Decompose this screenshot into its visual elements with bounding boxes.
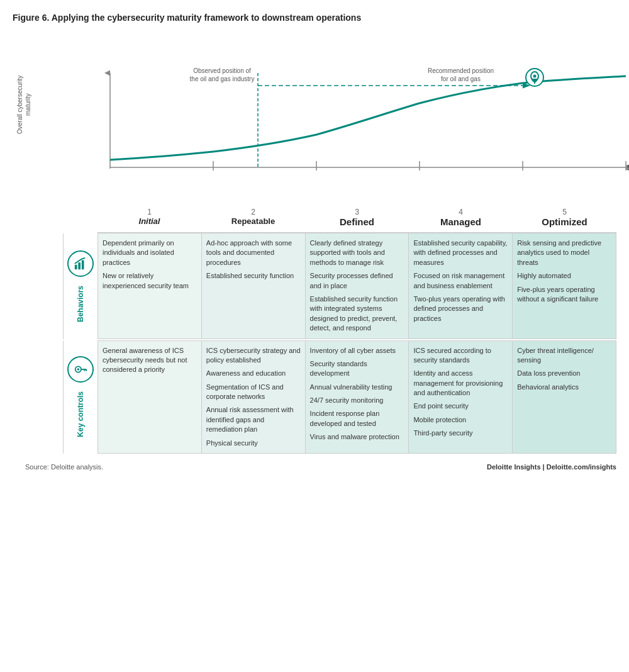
- controls-col-1: General awareness of ICS cybersecurity n…: [98, 341, 202, 454]
- controls-col-2: ICS cybersecurity strategy and policy es…: [202, 341, 306, 454]
- chart-svg: 5: [63, 67, 616, 205]
- svg-rect-17: [78, 262, 81, 269]
- svg-rect-16: [75, 265, 77, 269]
- behaviors-col-2: Ad-hoc approach with some tools and docu…: [202, 233, 306, 339]
- level-2-header: 2 Repeatable: [201, 205, 305, 232]
- level-headers-row: 1 Initial 2 Repeatable 3 Defined 4 Manag…: [63, 205, 616, 232]
- behaviors-col-5: Risk sensing and predictive analytics us…: [513, 233, 616, 339]
- source-label: Source: Deloitte analysis.: [25, 463, 103, 471]
- level-4-header: 4 Managed: [409, 205, 513, 232]
- figure-title: Figure 6. Applying the cybersecurity mat…: [13, 13, 616, 23]
- behaviors-col-4: Established security capability, with de…: [409, 233, 513, 339]
- level-5-header: 5 Optimized: [513, 205, 616, 232]
- brand-label: Deloitte Insights | Deloitte.com/insight…: [487, 463, 616, 471]
- level-1-header: 1 Initial: [97, 205, 201, 232]
- key-controls-label: Key controls: [76, 391, 85, 437]
- svg-point-13: [533, 75, 537, 78]
- behaviors-col-3: Clearly defined strategy supported with …: [306, 233, 409, 339]
- key-controls-icon: [67, 356, 94, 383]
- footer: Source: Deloitte analysis. Deloitte Insi…: [25, 463, 616, 471]
- controls-col-5: Cyber threat intelligence/ sensingData l…: [513, 341, 616, 454]
- controls-col-3: Inventory of all cyber assetsSecurity st…: [306, 341, 409, 454]
- behaviors-section: Behaviors Dependent primarily on individ…: [63, 233, 616, 339]
- behaviors-label: Behaviors: [76, 286, 85, 322]
- behaviors-icon: [67, 250, 94, 277]
- svg-point-20: [77, 369, 80, 371]
- behaviors-label-cell: Behaviors: [63, 233, 97, 339]
- level-3-header: 3 Defined: [305, 205, 409, 232]
- controls-col-4: ICS secured according to security standa…: [409, 341, 513, 454]
- key-controls-label-cell: Key controls: [63, 340, 97, 454]
- key-controls-cells: General awareness of ICS cybersecurity n…: [97, 340, 616, 454]
- behaviors-col-1: Dependent primarily on individuals and i…: [98, 233, 202, 339]
- key-controls-section: Key controls General awareness of ICS cy…: [63, 340, 616, 454]
- y-axis-label: Overall cybersecurity maturity: [16, 64, 44, 145]
- behaviors-cells: Dependent primarily on individuals and i…: [97, 233, 616, 339]
- svg-rect-18: [82, 260, 84, 269]
